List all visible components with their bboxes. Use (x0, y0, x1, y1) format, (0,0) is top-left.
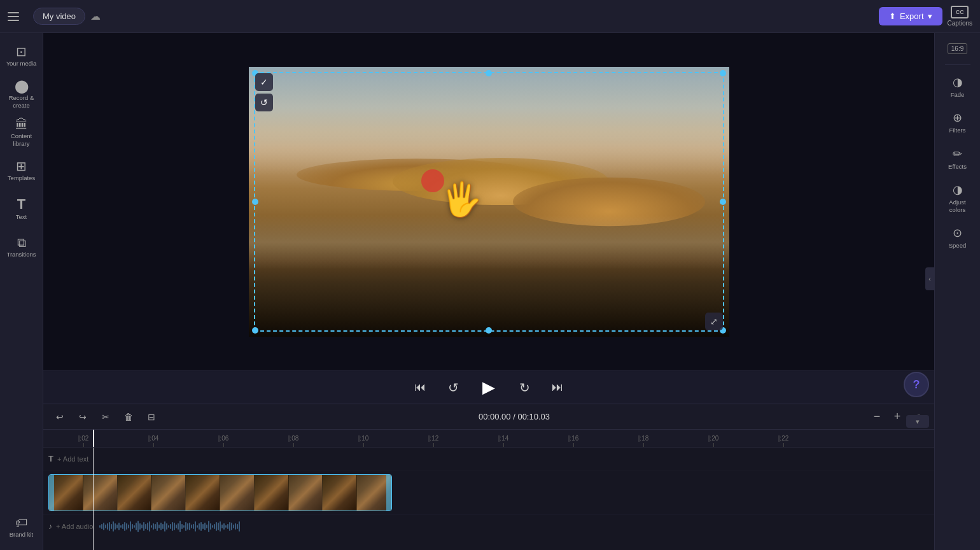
wave-bar (179, 521, 181, 532)
ruler-mark: |:04 (118, 435, 188, 447)
wave-bar (126, 523, 127, 530)
zoom-in-button[interactable]: + (888, 408, 906, 426)
adjust-colors-button[interactable]: ◑ Adjustcolors (939, 178, 977, 218)
transitions-label: Transitions (6, 251, 36, 258)
fade-icon: ◑ (953, 75, 963, 89)
wave-bar (231, 523, 232, 530)
wave-bar (122, 524, 123, 529)
clip-left-handle[interactable] (49, 475, 54, 511)
confirm-button[interactable]: ✓ (255, 73, 273, 91)
wave-bar (191, 525, 192, 528)
timeline-ruler[interactable]: |:02 |:04 |:06 |:08 |:10 |:12 |:14 |:16 … (43, 430, 934, 448)
speed-label: Speed (949, 242, 966, 249)
fullscreen-button[interactable]: ⤢ (705, 313, 723, 330)
sidebar-item-content-library[interactable]: 🏛 Contentlibrary (4, 115, 39, 150)
wave-bar (172, 522, 173, 531)
add-audio-label[interactable]: + Add audio (56, 523, 93, 530)
chevron-down-button[interactable]: ▾ (906, 415, 929, 428)
rewind-button[interactable]: ↺ (443, 377, 463, 398)
video-title[interactable]: My video (33, 8, 85, 25)
fade-button[interactable]: ◑ Fade (939, 70, 977, 103)
brand-kit-label: Brand kit (10, 531, 34, 538)
wave-bar (130, 521, 131, 532)
wave-bar (181, 524, 183, 529)
cloud-save-icon[interactable]: ☁ (90, 10, 101, 22)
fast-forward-button[interactable]: ↻ (514, 377, 535, 398)
redo-button[interactable]: ↪ (74, 408, 92, 426)
delete-button[interactable]: 🗑 (120, 408, 137, 426)
cut-button[interactable]: ✂ (97, 408, 115, 426)
wave-bar (233, 525, 234, 528)
video-action-buttons: ✓ ↺ (255, 73, 273, 111)
wave-bar (147, 523, 148, 530)
filmstrip-frame (118, 475, 152, 511)
wave-bar (105, 525, 106, 528)
wave-bar (197, 525, 198, 528)
brand-kit-icon: 🏷 (15, 516, 28, 529)
undo-button[interactable]: ↩ (51, 408, 69, 426)
right-sidebar: 16:9 ◑ Fade ⊕ Filters ✏ Effects ◑ Adjust… (934, 33, 980, 550)
wave-bar (208, 521, 209, 532)
timeline-body: |:02 |:04 |:06 |:08 |:10 |:12 |:14 |:16 … (43, 430, 934, 550)
timeline-area: ↩ ↪ ✂ 🗑 ⊟ 00:00.00 / 00:10.03 − (43, 404, 934, 550)
topbar: My video ☁ ⬆ Export ▾ CC Captions (0, 0, 980, 33)
effects-label: Effects (948, 163, 967, 170)
sidebar-item-transitions[interactable]: ⧉ Transitions (4, 229, 39, 265)
add-text-label[interactable]: + Add text (57, 455, 88, 463)
sidebar-item-brand-kit[interactable]: 🏷 Brand kit (4, 509, 39, 545)
split-button[interactable]: ⊟ (143, 408, 160, 426)
wave-bar (160, 523, 162, 530)
filmstrip-frame (83, 475, 118, 511)
filmstrip-frame (151, 475, 186, 511)
sidebar-item-templates[interactable]: ⊞ Templates (4, 153, 39, 188)
ruler-mark: |:10 (328, 435, 398, 447)
sidebar-item-record-create[interactable]: ⬤ Record &create (4, 76, 39, 112)
wave-bar (174, 523, 175, 530)
wave-bar (166, 523, 167, 530)
export-button[interactable]: ⬆ Export ▾ (879, 7, 942, 25)
zoom-out-button[interactable]: − (868, 408, 886, 426)
export-chevron-icon: ▾ (928, 11, 932, 21)
skip-to-start-button[interactable]: ⏮ (410, 377, 430, 398)
wave-bar (168, 525, 169, 528)
aspect-ratio-button[interactable]: 16:9 (948, 43, 967, 54)
clip-right-handle[interactable] (386, 475, 391, 511)
effects-button[interactable]: ✏ Effects (939, 142, 977, 175)
wave-bar (195, 521, 196, 532)
wave-bar (136, 523, 137, 530)
right-sidebar-collapse-handle[interactable]: ‹ (925, 267, 934, 290)
wave-bar (164, 521, 165, 532)
wave-bar (237, 524, 238, 529)
ruler-mark: |:08 (258, 435, 328, 447)
sidebar-item-text[interactable]: T Text (4, 191, 39, 227)
captions-button[interactable]: CC Captions (948, 6, 972, 27)
undo-video-button[interactable]: ↺ (255, 94, 273, 111)
cut-icon: ✂ (102, 412, 109, 422)
video-clip[interactable] (48, 474, 392, 511)
center-content: 🖐 ✓ (43, 33, 934, 550)
wave-bar (200, 522, 202, 531)
filmstrip-frame (323, 475, 357, 511)
speed-button[interactable]: ⊙ Speed (939, 221, 977, 254)
text-track-row: T + Add text (43, 448, 934, 470)
filters-label: Filters (949, 127, 966, 134)
left-sidebar: ⊡ Your media ⬤ Record &create 🏛 Contentl… (0, 33, 43, 550)
wave-bar (120, 525, 122, 528)
wave-bar (187, 523, 188, 530)
wave-bar (137, 521, 139, 532)
menu-icon[interactable] (8, 8, 25, 25)
ruler-mark: |:14 (468, 435, 538, 447)
fullscreen-icon: ⤢ (710, 316, 718, 327)
ruler-mark: |:20 (678, 435, 748, 447)
play-pause-button[interactable]: ▶ (476, 375, 501, 400)
wave-bar (189, 523, 190, 530)
sidebar-item-your-media[interactable]: ⊡ Your media (4, 38, 39, 74)
help-button[interactable]: ? (904, 372, 929, 397)
speed-icon: ⊙ (953, 226, 962, 240)
filters-button[interactable]: ⊕ Filters (939, 106, 977, 139)
video-container: 🖐 ✓ (249, 67, 729, 337)
content-library-label: Contentlibrary (11, 132, 32, 147)
skip-to-end-button[interactable]: ⏭ (547, 377, 568, 398)
wave-bar (157, 522, 158, 531)
effects-icon: ✏ (953, 147, 962, 161)
